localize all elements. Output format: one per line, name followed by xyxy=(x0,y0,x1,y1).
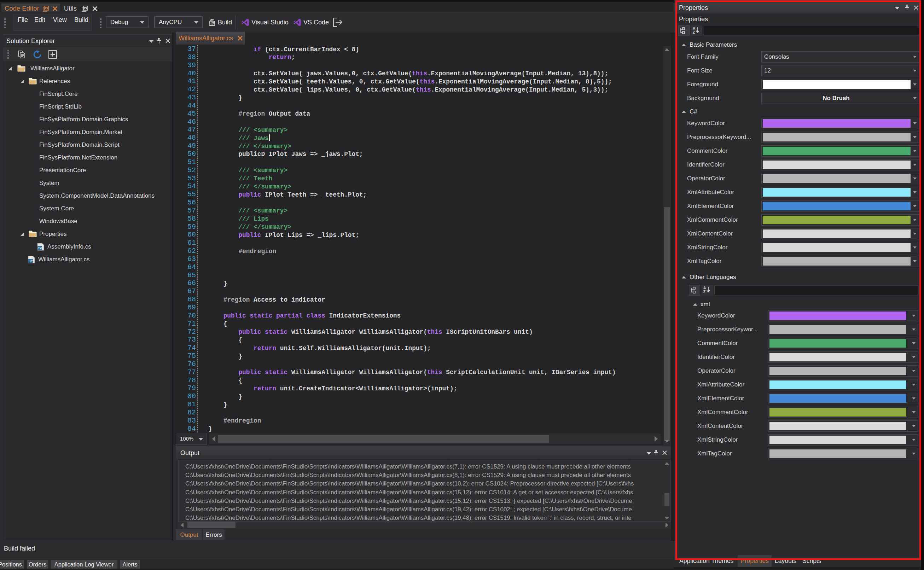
svg-text:C#: C# xyxy=(38,247,42,250)
svg-text:C#: C# xyxy=(29,259,33,263)
